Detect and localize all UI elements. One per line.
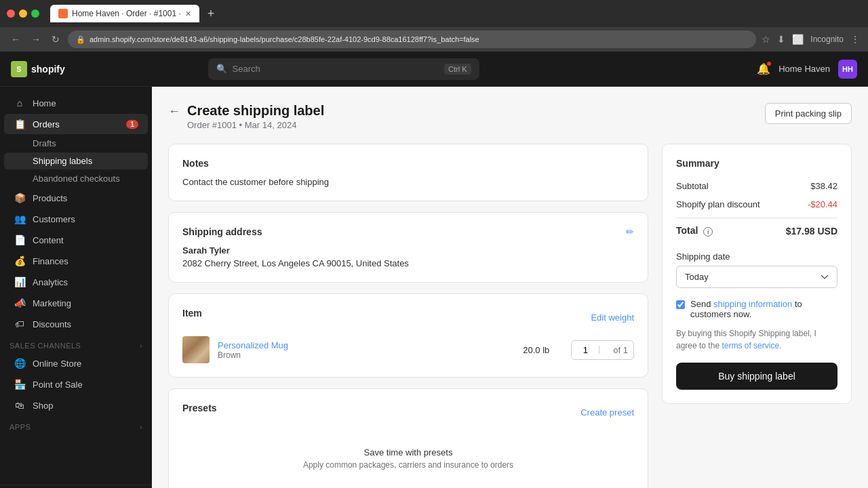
customers-icon: 👥 — [14, 214, 26, 224]
shop-icon: 🛍 — [14, 400, 26, 411]
sidebar-bottom: ⚙ Settings — [0, 485, 152, 488]
shopify-bag-icon: S — [11, 61, 27, 77]
sidebar-item-home[interactable]: ⌂ Home — [4, 93, 148, 113]
bookmark-icon[interactable]: ☆ — [762, 34, 770, 45]
page-header: ← Create shipping label Order #1001 • Ma… — [168, 103, 852, 130]
back-nav-btn[interactable]: ← — [8, 33, 23, 46]
back-button[interactable]: ← — [168, 104, 180, 119]
notes-content: Contact the customer before shipping — [182, 177, 634, 187]
shipping-address-card: Shipping address ✏ Sarah Tyler 2082 Cher… — [168, 212, 648, 283]
sidebar-discounts-label: Discounts — [33, 319, 71, 329]
discount-label: Shopify plan discount — [676, 199, 760, 209]
item-details: Personalized Mug Brown — [218, 340, 288, 360]
sidebar-item-finances[interactable]: 💰 Finances — [4, 251, 148, 271]
terms-link[interactable]: terms of service. — [722, 341, 781, 350]
send-info-checkbox[interactable] — [676, 300, 685, 309]
sidebar-item-pos[interactable]: 🏪 Point of Sale — [4, 374, 148, 394]
content-body: Notes Contact the customer before shippi… — [168, 144, 852, 488]
sidebar-item-orders[interactable]: 📋 Orders 1 — [4, 114, 148, 134]
apps-section: Apps › — [0, 416, 152, 434]
sidebar-marketing-label: Marketing — [33, 298, 71, 308]
sidebar-item-shop[interactable]: 🛍 Shop — [4, 395, 148, 415]
search-shortcut: Ctrl K — [444, 64, 471, 75]
shipping-labels-label: Shipping labels — [33, 156, 92, 166]
address-bar[interactable]: 🔒 admin.shopify.com/store/de8143-a6/ship… — [68, 30, 756, 48]
discount-value: -$20.44 — [808, 199, 837, 209]
sidebar-item-abandoned-checkouts[interactable]: Abandoned checkouts — [4, 170, 148, 187]
quantity-input[interactable] — [572, 341, 599, 359]
item-weight: 20.0 lb — [523, 345, 549, 355]
presets-empty-title: Save time with presets — [182, 447, 634, 458]
avatar[interactable]: HH — [838, 60, 857, 79]
browser-actions: ☆ ⬇ ⬜ Incognito ⋮ — [762, 34, 860, 45]
edit-weight-button[interactable]: Edit weight — [591, 312, 634, 323]
summary-subtotal-row: Subtotal $38.42 — [676, 177, 837, 195]
notification-badge — [766, 61, 772, 66]
page-title-area: ← Create shipping label Order #1001 • Ma… — [168, 103, 324, 130]
sidebar-item-customers[interactable]: 👥 Customers — [4, 209, 148, 229]
sales-channels-arrow[interactable]: › — [140, 342, 142, 350]
search-bar[interactable]: 🔍 Search Ctrl K — [208, 58, 479, 80]
terms-text: By buying this Shopify Shipping label, I… — [676, 327, 837, 352]
item-header: Item Edit weight — [182, 308, 634, 327]
sidebar-item-drafts[interactable]: Drafts — [4, 135, 148, 152]
sidebar-customers-label: Customers — [33, 214, 75, 224]
qty-separator — [599, 346, 608, 354]
tab-close-btn[interactable]: ✕ — [185, 9, 191, 18]
shipping-info-link[interactable]: shipping information — [713, 299, 792, 309]
sidebar-finances-label: Finances — [33, 256, 68, 266]
qty-of-total: of 1 — [608, 341, 633, 359]
sidebar-orders-label: Orders — [33, 119, 60, 129]
total-info-icon[interactable]: i — [703, 227, 713, 237]
sidebar-shop-label: Shop — [33, 401, 53, 411]
discounts-icon: 🏷 — [14, 319, 26, 329]
sidebar-item-shipping-labels[interactable]: Shipping labels — [4, 152, 148, 169]
analytics-icon: 📊 — [14, 277, 26, 287]
sidebar-item-products[interactable]: 📦 Products — [4, 188, 148, 208]
search-placeholder: Search — [233, 64, 260, 74]
search-icon: 🔍 — [216, 64, 227, 74]
notes-title: Notes — [182, 158, 634, 169]
send-info-checkbox-row: Send shipping information to customers n… — [676, 299, 837, 319]
summary-discount-row: Shopify plan discount -$20.44 — [676, 195, 837, 214]
menu-icon[interactable]: ⋮ — [850, 34, 860, 45]
apps-arrow[interactable]: › — [140, 424, 142, 431]
home-icon: ⌂ — [14, 98, 26, 108]
sales-channels-label: Sales channels — [9, 342, 81, 350]
presets-title: Presets — [182, 403, 217, 413]
sidebar-item-content[interactable]: 📄 Content — [4, 230, 148, 250]
address-edit-button[interactable]: ✏ — [626, 226, 634, 237]
download-icon[interactable]: ⬇ — [777, 34, 785, 45]
sidebar-item-online-store[interactable]: 🌐 Online Store — [4, 353, 148, 373]
address-line: 2082 Cherry Street, Los Angeles CA 90015… — [182, 258, 634, 268]
shipping-date-select[interactable]: Today — [676, 266, 837, 288]
abandoned-checkouts-label: Abandoned checkouts — [33, 174, 120, 184]
extensions-icon[interactable]: ⬜ — [792, 34, 804, 45]
online-store-icon: 🌐 — [14, 358, 26, 369]
url-text: admin.shopify.com/store/de8143-a6/shippi… — [90, 35, 479, 43]
buy-shipping-label-button[interactable]: Buy shipping label — [676, 363, 837, 390]
shipping-address-title: Shipping address — [182, 226, 634, 237]
finances-icon: 💰 — [14, 256, 26, 266]
print-packing-slip-button[interactable]: Print packing slip — [765, 103, 852, 124]
item-product-name[interactable]: Personalized Mug — [218, 340, 288, 350]
refresh-btn[interactable]: ↻ — [49, 33, 62, 46]
main-content: ← Create shipping label Order #1001 • Ma… — [152, 87, 868, 488]
page-title: Create shipping label — [187, 103, 324, 119]
presets-card: Presets Create preset Save time with pre… — [168, 388, 648, 488]
marketing-icon: 📣 — [14, 298, 26, 308]
item-row: Personalized Mug Brown 20.0 lb of 1 — [182, 336, 634, 363]
browser-tab[interactable]: Home Haven · Order · #1001 · ✕ — [50, 5, 199, 22]
sidebar-analytics-label: Analytics — [33, 277, 68, 287]
create-preset-button[interactable]: Create preset — [580, 407, 634, 418]
new-tab-btn[interactable]: + — [208, 7, 215, 21]
forward-nav-btn[interactable]: → — [28, 33, 43, 46]
shipping-date-section: Shipping date Today — [676, 251, 837, 288]
sidebar-item-marketing[interactable]: 📣 Marketing — [4, 293, 148, 313]
notification-icon[interactable]: 🔔 — [757, 62, 770, 75]
sidebar-item-analytics[interactable]: 📊 Analytics — [4, 272, 148, 292]
item-variant: Brown — [218, 350, 288, 360]
item-card: Item Edit weight Personalized Mug Brown … — [168, 293, 648, 378]
sidebar-pos-label: Point of Sale — [33, 380, 83, 390]
sidebar-item-discounts[interactable]: 🏷 Discounts — [4, 314, 148, 334]
